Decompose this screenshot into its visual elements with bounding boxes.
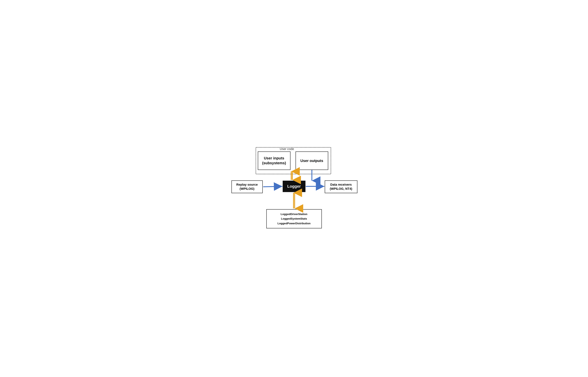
user-code-label: User code — [280, 147, 294, 151]
user-inputs-box: User inputs (subsystems) — [258, 152, 290, 170]
subsystems-text: LoggedDriverStation LoggedSystemStats Lo… — [277, 212, 311, 226]
blue-arrow-replay-to-logger — [263, 186, 282, 187]
data-receivers-text: Data receivers (WPILOG, NT4) — [330, 183, 352, 191]
subsystems-box: LoggedDriverStation LoggedSystemStats Lo… — [266, 209, 322, 228]
replay-source-text: Replay source (WPILOG) — [236, 183, 258, 191]
user-outputs-box: User outputs — [296, 152, 328, 170]
logger-text: Logger — [287, 184, 301, 189]
replay-source-box: Replay source (WPILOG) — [232, 180, 263, 193]
data-receivers-box: Data receivers (WPILOG, NT4) — [325, 180, 357, 193]
user-inputs-text: User inputs (subsystems) — [262, 156, 286, 165]
user-outputs-text: User outputs — [300, 159, 323, 163]
diagram: User code User inputs (subsystems) User … — [230, 144, 358, 233]
logger-box: Logger — [283, 181, 305, 192]
